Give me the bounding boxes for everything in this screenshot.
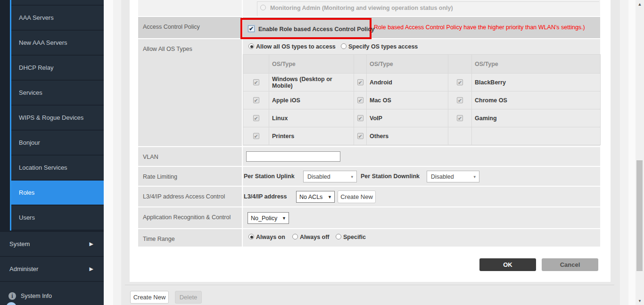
time-always-off-radio[interactable] xyxy=(292,234,298,239)
scroll-down-icon[interactable]: ▾ xyxy=(636,298,644,303)
sidebar-item-label: Services xyxy=(19,89,42,96)
time-specific-label: Specific xyxy=(343,234,366,240)
os-table-header-row: OS/Type OS/Type OS/Type xyxy=(243,55,601,74)
time-always-on-radio[interactable] xyxy=(248,234,254,239)
create-new-acl-button[interactable]: Create New xyxy=(338,190,376,203)
os-checkbox-windows: ✔ xyxy=(253,79,259,85)
monitoring-admin-label: Monitoring Admin (Monitoring and viewing… xyxy=(270,5,453,11)
row-content: ✔ Enable Role based Access Control Polic… xyxy=(243,17,600,38)
row-label: Application Recognition & Control xyxy=(138,207,242,228)
cutoff-avatar-icon xyxy=(6,302,17,305)
os-checkbox-others: ✔ xyxy=(357,133,363,139)
vlan-input[interactable] xyxy=(246,151,340,162)
sidebar-section-label: System xyxy=(9,240,30,247)
os-type-table: OS/Type OS/Type OS/Type ✔ Windows (Deskt… xyxy=(243,54,601,145)
system-info-item[interactable]: i System Info xyxy=(8,292,52,300)
app-policy-select[interactable]: No_Policy ▼ xyxy=(248,212,289,224)
create-new-role-button[interactable]: Create New xyxy=(130,291,169,304)
sidebar-item-wips-rogue-devices[interactable]: WIPS & Rogue Devices xyxy=(11,106,104,130)
sidebar-item-label: DHCP Relay xyxy=(19,64,53,71)
row-content xyxy=(243,147,600,166)
os-checkbox-android: ✔ xyxy=(357,79,363,85)
os-label: Mac OS xyxy=(367,91,448,109)
sidebar-item-users[interactable]: Users xyxy=(11,206,104,230)
os-label: VoIP xyxy=(367,109,448,127)
sidebar-item-roles[interactable]: Roles xyxy=(11,181,104,205)
scrollbar-thumb[interactable] xyxy=(636,160,643,271)
row-content: L3/4/IP address No ACLs ▼ Create New xyxy=(243,187,600,206)
downlink-dropdown-value: Disabled xyxy=(431,173,454,180)
cancel-button[interactable]: Cancel xyxy=(542,258,598,271)
sidebar-item-location-services[interactable]: Location Services xyxy=(11,156,104,180)
sidebar-submenu: AAA Servers New AAA Servers DHCP Relay S… xyxy=(10,0,104,231)
downlink-label: Per Station Downlink xyxy=(361,173,420,180)
os-checkbox-apple-ios: ✔ xyxy=(253,97,259,103)
sidebar-section-administer[interactable]: Administer ▶ xyxy=(0,257,104,281)
os-label xyxy=(472,127,601,145)
footer-divider xyxy=(125,285,614,285)
select-arrow-icon: ▼ xyxy=(282,216,286,221)
uplink-dropdown[interactable]: Disabled ▾ xyxy=(303,171,357,182)
sidebar-item-partial[interactable] xyxy=(11,0,104,5)
os-label: Printers xyxy=(269,127,354,145)
gutter-band xyxy=(104,0,113,305)
role-edit-panel: Monitoring Admin (Monitoring and viewing… xyxy=(130,0,611,282)
row-allow-all-os-types: Allow All OS Types Allow all OS types to… xyxy=(138,39,600,146)
row-label: Access Control Policy xyxy=(138,17,242,38)
os-type-header: OS/Type xyxy=(472,55,601,74)
os-table-row: ✔ Apple iOS ✔ Mac OS ✔ Chrome OS xyxy=(243,91,601,109)
sidebar-item-label: New AAA Servers xyxy=(19,39,67,46)
row-content: Allow all OS types to access Specify OS … xyxy=(243,39,600,146)
os-type-header: OS/Type xyxy=(367,55,448,74)
enable-rbac-checkbox[interactable]: ✔ xyxy=(248,25,255,32)
os-type-header: OS/Type xyxy=(269,55,354,74)
os-table-row: ✔ Printers ✔ Others xyxy=(243,127,601,145)
select-arrow-icon: ▼ xyxy=(328,195,332,199)
chevron-right-icon: ▶ xyxy=(90,241,93,247)
os-checkbox-voip: ✔ xyxy=(357,115,363,121)
row-label: Time Range xyxy=(138,229,242,247)
sidebar-item-dhcp-relay[interactable]: DHCP Relay xyxy=(11,56,104,80)
sidebar-item-label: Location Services xyxy=(19,164,67,171)
gutter-band xyxy=(620,0,628,305)
info-icon: i xyxy=(8,292,16,300)
os-label: Windows (Desktop or Mobile) xyxy=(269,74,354,91)
sidebar-item-aaa-servers[interactable]: AAA Servers xyxy=(11,6,104,30)
downlink-dropdown[interactable]: Disabled ▾ xyxy=(427,171,479,182)
row-access-control-policy: Access Control Policy ✔ Enable Role base… xyxy=(138,17,600,38)
row-label: Allow All OS Types xyxy=(138,39,242,146)
vertical-scrollbar[interactable]: ▲ ▾ xyxy=(636,0,644,305)
monitoring-admin-radio xyxy=(260,5,266,10)
sidebar-item-services[interactable]: Services xyxy=(11,81,104,105)
allow-all-os-radio[interactable] xyxy=(248,43,254,49)
sidebar-item-label: WIPS & Rogue Devices xyxy=(19,114,83,121)
ok-button[interactable]: OK xyxy=(479,258,536,271)
enable-rbac-label: Enable Role based Access Control Policy xyxy=(258,26,374,33)
sidebar-item-label: Users xyxy=(19,214,35,221)
rbac-priority-note: Role based Access Control Policy have th… xyxy=(374,24,585,31)
app-policy-select-value: No_Policy xyxy=(251,215,277,222)
l3-acl-select[interactable]: No ACLs ▼ xyxy=(296,191,335,203)
row-app-recognition: Application Recognition & Control No_Pol… xyxy=(138,207,600,228)
system-info-label: System Info xyxy=(21,293,52,299)
l3-field-label: L3/4/IP address xyxy=(244,193,287,200)
os-checkbox-linux: ✔ xyxy=(253,115,259,121)
os-label: Linux xyxy=(269,109,354,127)
time-specific-radio[interactable] xyxy=(336,234,341,239)
row-content: Per Station Uplink Disabled ▾ Per Statio… xyxy=(243,167,600,186)
os-label: BlackBerry xyxy=(472,74,601,91)
sidebar-item-bonjour[interactable]: Bonjour xyxy=(11,131,104,155)
time-always-on-label: Always on xyxy=(256,234,285,240)
os-checkbox-chrome-os: ✔ xyxy=(457,97,463,103)
uplink-label: Per Station Uplink xyxy=(244,173,295,180)
specify-os-radio[interactable] xyxy=(341,43,347,49)
sidebar-section-system[interactable]: System ▶ xyxy=(0,232,104,256)
os-label: Chrome OS xyxy=(472,91,601,109)
os-label: Gaming xyxy=(472,109,601,127)
specify-os-label: Specify OS types access xyxy=(348,43,418,50)
os-checkbox-mac-os: ✔ xyxy=(357,97,363,103)
row-vlan: VLAN xyxy=(138,147,600,166)
row-content: Monitoring Admin (Monitoring and viewing… xyxy=(243,0,600,16)
scroll-up-icon[interactable]: ▲ xyxy=(636,2,644,7)
sidebar-item-new-aaa-servers[interactable]: New AAA Servers xyxy=(11,31,104,55)
